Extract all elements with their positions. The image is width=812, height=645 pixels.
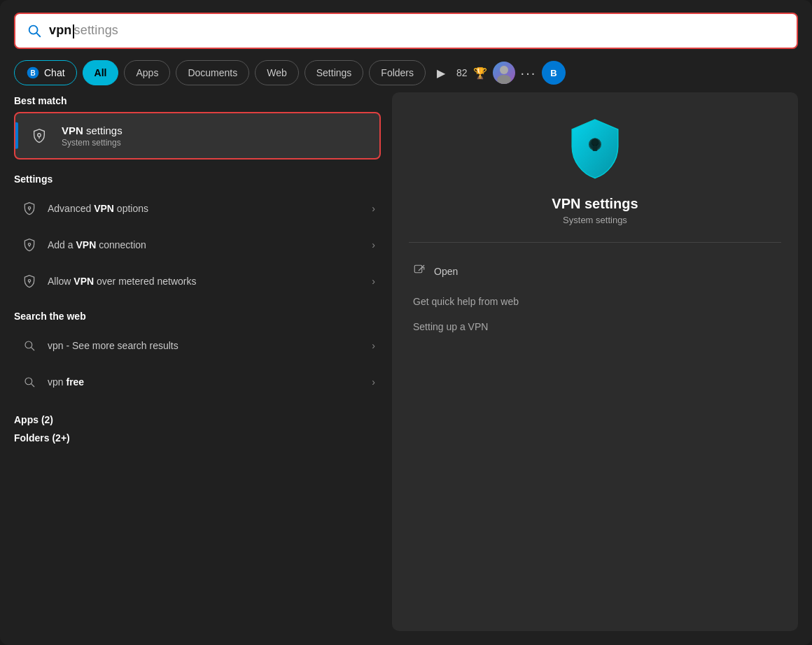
search-web-icon-2 [20,372,39,392]
svg-line-17 [31,348,34,350]
web-item-text-2: vpn free [48,376,363,388]
web-arrow-1: › [372,340,375,351]
best-match-item[interactable]: VPN settings System settings [14,112,381,160]
footer-labels: Apps (2) Folders (2+) [14,411,381,444]
tab-chat[interactable]: B Chat [14,60,77,85]
tab-apps-label: Apps [136,67,158,78]
svg-line-1 [36,33,40,36]
settings-item-text-1: Advanced VPN options [48,203,363,214]
vpn-icon-3 [20,271,39,291]
filter-tabs: B Chat All Apps Documents Web Settings F… [0,56,812,92]
tab-folders[interactable]: Folders [369,60,426,85]
svg-point-5 [497,75,511,84]
tab-all-label: All [94,67,107,78]
settings-item-text-3: Allow VPN over metered networks [48,276,363,287]
web-search-list: vpn - See more search results › vpn free [14,327,381,400]
search-icon [27,23,42,38]
tab-all[interactable]: All [83,60,119,85]
web-item-text-1: vpn - See more search results [48,340,363,351]
svg-text:B: B [551,68,557,78]
play-button[interactable]: ▶ [431,63,451,83]
web-item-vpn[interactable]: vpn - See more search results › [14,327,381,364]
detail-subtitle: System settings [563,215,627,225]
settings-list: Advanced VPN options › Add a VPN connect… [14,190,381,299]
settings-item-text-2: Add a VPN connection [48,239,363,250]
right-panel: VPN settings System settings Open [392,92,798,631]
settings-item-allow-vpn[interactable]: Allow VPN over metered networks › [14,263,381,299]
detail-divider [409,242,781,243]
quick-help-label: Get quick help from web [413,296,519,307]
open-icon [413,264,426,279]
arrow-icon-1: › [372,203,375,214]
settings-item-add-vpn[interactable]: Add a VPN connection › [14,227,381,263]
best-match-label: Best match [14,95,381,106]
search-bar[interactable]: vpnsettings [14,13,798,49]
svg-line-26 [419,265,424,271]
best-match-subtitle: System settings [62,138,122,148]
svg-rect-24 [593,146,598,151]
search-web-icon-1 [20,336,39,355]
settings-item-advanced-vpn[interactable]: Advanced VPN options › [14,190,381,227]
open-label: Open [434,266,458,277]
best-match-accent [15,122,18,149]
setting-up-label: Setting up a VPN [413,321,488,332]
settings-section-label: Settings [14,173,381,185]
main-content: Best match VPN settings System settings [0,92,812,645]
setting-up-action[interactable]: Setting up a VPN [409,314,781,339]
tab-documents[interactable]: Documents [176,60,249,85]
svg-point-23 [592,139,598,146]
more-button[interactable]: ··· [521,65,537,81]
user-avatar[interactable] [493,62,515,84]
svg-text:B: B [30,69,35,77]
best-match-text: VPN settings System settings [62,125,122,148]
vpn-icon-1 [20,199,39,218]
apps-section-label: Apps (2) [14,414,381,425]
web-item-vpn-free[interactable]: vpn free › [14,364,381,400]
web-section-label: Search the web [14,311,381,322]
best-match-title: VPN settings [62,125,122,136]
quick-help-action[interactable]: Get quick help from web [409,289,781,314]
search-bar-container: vpnsettings [0,0,812,56]
svg-line-19 [31,384,34,387]
search-input[interactable]: vpnsettings [49,23,118,38]
tab-chat-label: Chat [44,67,65,78]
folders-section-label: Folders (2+) [14,432,381,444]
count-badge: 82 [456,67,468,78]
vpn-icon-2 [20,235,39,255]
web-arrow-2: › [372,376,375,388]
vpn-shield-icon-small [27,123,52,148]
tab-folders-label: Folders [381,67,414,78]
bing-icon[interactable]: B [542,61,566,85]
arrow-icon-2: › [372,239,375,250]
tab-documents-label: Documents [188,67,237,78]
tab-web[interactable]: Web [255,60,299,85]
trophy-icon: 🏆 [473,66,487,80]
detail-title: VPN settings [552,196,638,212]
tab-settings[interactable]: Settings [304,60,364,85]
open-action[interactable]: Open [409,257,781,286]
left-panel: Best match VPN settings System settings [14,92,392,631]
tab-web-label: Web [267,67,287,78]
arrow-icon-3: › [372,276,375,287]
detail-actions: Open Get quick help from web Setting up … [409,257,781,339]
detail-vpn-shield-icon [560,113,630,183]
svg-point-4 [500,66,508,74]
tab-settings-label: Settings [316,67,352,78]
tab-apps[interactable]: Apps [124,60,170,85]
